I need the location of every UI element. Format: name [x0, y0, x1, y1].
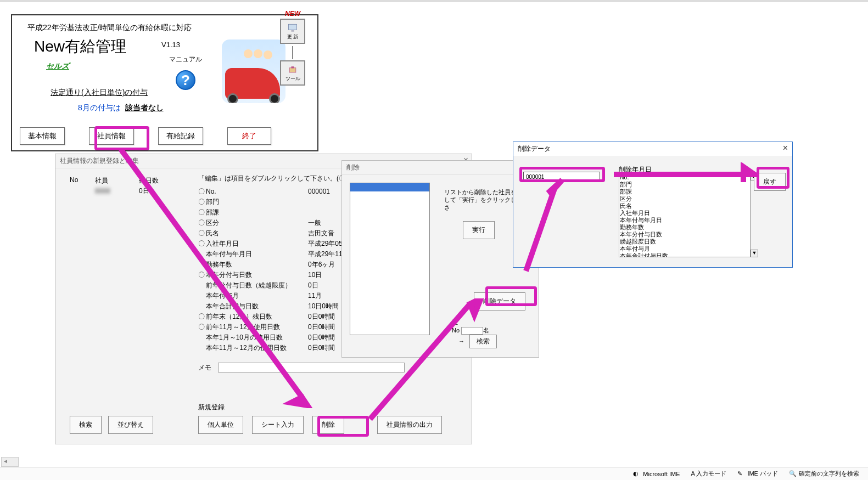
arrow-4 — [612, 162, 758, 184]
manual-label: マニュアル — [169, 55, 202, 64]
svg-marker-7 — [470, 298, 481, 315]
highlight-restore-button — [757, 167, 789, 189]
arrow-1 — [115, 145, 324, 408]
dd-title: 削除データ — [513, 142, 792, 156]
tb-mode[interactable]: A 入力モード — [691, 470, 727, 478]
taskbar: ◐Microsoft IME A 入力モード ✎IME パッド 🔍確定前の文字列… — [0, 467, 868, 480]
tool-icon[interactable]: ツール — [280, 60, 305, 86]
version: V1.13 — [161, 41, 180, 49]
svg-marker-11 — [743, 167, 754, 182]
svg-line-8 — [526, 189, 555, 271]
arrow-2 — [366, 298, 486, 425]
svg-rect-0 — [289, 24, 297, 30]
arrow-3 — [522, 178, 565, 276]
sort-button[interactable]: 並び替え — [108, 416, 153, 434]
svg-rect-3 — [292, 66, 294, 68]
personal-unit-button[interactable]: 個人単位 — [198, 416, 243, 434]
svg-rect-1 — [292, 30, 294, 31]
side-icons: NEW 更 新 ツール — [280, 10, 305, 88]
exit-button[interactable]: 終了 — [227, 127, 271, 145]
execute-button[interactable]: 実行 — [463, 221, 495, 239]
horizontal-scroll[interactable] — [1, 457, 19, 467]
sheet-input-button[interactable]: シート入力 — [252, 416, 304, 434]
subtitle: 平成22年労基法改正/時間単位の有給休暇に対応 — [27, 23, 312, 33]
tb-conv[interactable]: 🔍確定前の文字列を検索 — [789, 470, 859, 478]
highlight-delete-data-button — [485, 286, 537, 306]
svg-rect-2 — [289, 67, 296, 72]
tb-pad[interactable]: ✎IME パッド — [737, 470, 778, 478]
new-tag: NEW — [280, 10, 305, 18]
car-illustration — [222, 39, 285, 103]
grant-status: 8月の付与は 該当者なし — [78, 103, 312, 113]
dd-fields-list[interactable]: No.部門部課区分氏名入社年月日本年付与年月日勤務年数本年分付与日数繰越限度日数… — [619, 173, 751, 257]
svg-line-6 — [370, 304, 470, 419]
tb-ime[interactable]: ◐Microsoft IME — [633, 470, 680, 478]
help-icon[interactable]: ? — [176, 70, 195, 90]
basic-info-button[interactable]: 基本情報 — [20, 127, 65, 145]
leave-record-button[interactable]: 有給記録 — [158, 127, 203, 145]
svg-marker-9 — [548, 180, 562, 193]
close-icon[interactable]: × — [783, 143, 788, 153]
svg-marker-5 — [291, 397, 307, 405]
cells-link[interactable]: セルズ — [46, 61, 69, 71]
svg-line-4 — [121, 149, 302, 397]
delete-title: 削除 — [342, 161, 539, 175]
scroll-down-icon[interactable]: ▼ — [751, 250, 758, 257]
main-panel: 平成22年労基法改正/時間単位の有給休暇に対応 New有給管理 V1.13 マニ… — [11, 14, 318, 151]
highlight-delete-button — [317, 416, 369, 437]
update-icon[interactable]: 更 新 — [280, 19, 305, 44]
search-button[interactable]: 検索 — [70, 416, 102, 434]
